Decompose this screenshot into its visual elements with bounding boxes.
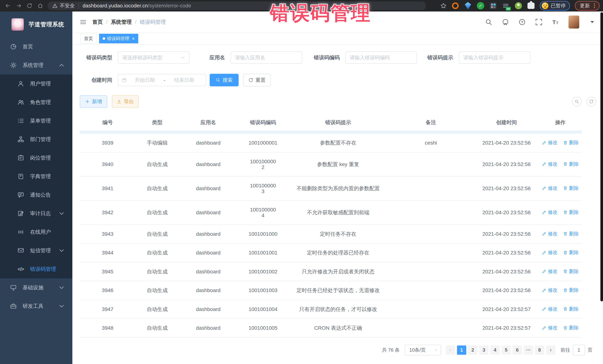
app-logo[interactable]: 芋道管理系统 <box>0 11 72 37</box>
extension-key-icon[interactable] <box>514 2 522 10</box>
sidebar-item-devtools[interactable]: 研发工具 <box>0 297 72 315</box>
browser-reload-button[interactable] <box>24 0 35 11</box>
bookmark-star-icon[interactable] <box>440 3 447 9</box>
edit-link[interactable]: 修改 <box>542 306 557 312</box>
edit-link[interactable]: 修改 <box>542 140 557 145</box>
page-button[interactable]: 1 <box>457 345 466 355</box>
page-button[interactable]: 4 <box>490 345 500 355</box>
sidebar-item-notice[interactable]: 通知公告 <box>0 186 72 204</box>
delete-link[interactable]: 删除 <box>563 287 579 293</box>
page-button[interactable]: 6 <box>513 345 522 355</box>
extension-orange-icon[interactable] <box>452 2 459 10</box>
cell-type: 自动生成 <box>135 176 179 200</box>
prev-page-button[interactable] <box>446 345 455 355</box>
sidebar-item-label: 岗位管理 <box>30 154 51 161</box>
delete-link[interactable]: 删除 <box>563 325 579 331</box>
page-button[interactable]: 3 <box>479 345 488 355</box>
kebab-menu-icon[interactable] <box>594 5 595 6</box>
extensions-puzzle-icon[interactable] <box>527 2 535 10</box>
reset-button[interactable]: 重置 <box>243 74 271 86</box>
edit-link[interactable]: 修改 <box>542 250 557 255</box>
edit-link[interactable]: 修改 <box>542 161 557 167</box>
error-code-input[interactable] <box>350 55 412 61</box>
cell-code: 1001001001 <box>237 243 289 262</box>
avatar-caret-down-icon[interactable] <box>589 18 596 26</box>
breadcrumb-item[interactable]: 系统管理 <box>111 19 132 26</box>
delete-icon <box>563 162 568 166</box>
page-button[interactable]: 8 <box>535 345 544 355</box>
edit-link[interactable]: 修改 <box>542 325 557 331</box>
edit-link[interactable]: 修改 <box>542 231 557 237</box>
sidebar-item-dept[interactable]: 部门管理 <box>0 130 72 149</box>
tab-active[interactable]: 错误码管理× <box>99 34 138 43</box>
edit-link[interactable]: 修改 <box>542 210 557 215</box>
sidebar-item-audit[interactable]: 审计日志 <box>0 204 72 223</box>
extension-switch-icon[interactable]: on <box>502 2 510 10</box>
delete-link[interactable]: 删除 <box>563 140 579 145</box>
security-label[interactable]: 不安全 <box>60 2 75 9</box>
extension-grid-icon[interactable] <box>489 2 497 10</box>
header-search-icon[interactable] <box>485 18 492 26</box>
browser-update-button[interactable]: 更新 <box>575 1 600 11</box>
app-name-label: 应用名 <box>209 54 225 61</box>
sidebar-item-online[interactable]: 在线用户 <box>0 223 72 241</box>
browser-profile-button[interactable]: 已暂停 <box>540 1 570 11</box>
refresh-table-button[interactable] <box>587 97 596 106</box>
sidebar-item-infra[interactable]: 基础设施 <box>0 278 72 297</box>
delete-link[interactable]: 删除 <box>563 231 579 237</box>
cell-app: dashboard <box>179 281 237 300</box>
breadcrumb-item[interactable]: 首页 <box>93 19 103 26</box>
edit-link[interactable]: 修改 <box>542 185 557 191</box>
delete-link[interactable]: 删除 <box>563 269 579 274</box>
sidebar-item-errcode[interactable]: </>错误码管理 <box>0 260 72 278</box>
search-button[interactable]: 搜索 <box>210 74 239 86</box>
edit-link[interactable]: 修改 <box>542 287 557 293</box>
page-button[interactable]: 5 <box>501 345 511 355</box>
sidebar-item-post[interactable]: 岗位管理 <box>0 149 72 167</box>
help-icon[interactable]: ? <box>518 18 526 26</box>
page-size-select[interactable]: 10条/页 <box>405 345 441 355</box>
end-date-placeholder[interactable]: 结束日期 <box>166 77 202 83</box>
browser-home-button[interactable] <box>35 0 46 11</box>
sidebar-item-sms[interactable]: 短信管理 <box>0 241 72 260</box>
delete-link[interactable]: 删除 <box>563 210 579 215</box>
browser-forward-button[interactable] <box>13 0 24 11</box>
font-size-icon[interactable]: TT <box>552 18 559 26</box>
tab-close-icon[interactable]: × <box>132 36 135 41</box>
sidebar-item-user[interactable]: 用户管理 <box>0 75 72 93</box>
sidebar-item-system[interactable]: 系统管理 <box>0 56 72 75</box>
app-name-input[interactable] <box>235 55 298 61</box>
delete-link[interactable]: 删除 <box>563 185 579 191</box>
goto-page-input[interactable] <box>573 345 585 355</box>
fullscreen-icon[interactable] <box>535 18 543 26</box>
toggle-search-button[interactable] <box>572 97 582 106</box>
browser-scrollbar[interactable] <box>600 12 603 301</box>
delete-link[interactable]: 删除 <box>563 161 579 167</box>
user-avatar[interactable] <box>568 16 579 29</box>
sidebar-item-dict[interactable]: 字典管理 <box>0 167 72 186</box>
sidebar-item-role[interactable]: 角色管理 <box>0 93 72 111</box>
sidebar-item-home[interactable]: 首页 <box>0 37 72 56</box>
export-button[interactable]: 导出 <box>112 95 139 108</box>
date-range-picker[interactable]: 开始日期 - 结束日期 <box>118 74 206 86</box>
page-button[interactable]: 2 <box>468 345 477 355</box>
next-page-button[interactable] <box>546 345 555 355</box>
start-date-placeholder[interactable]: 开始日期 <box>127 77 163 83</box>
error-type-select[interactable]: 请选择错误码类型 <box>118 52 189 64</box>
table-row: 3944自动生成dashboard1001001001定时任务的处理器已经存在2… <box>80 243 582 262</box>
extension-gem-icon[interactable] <box>464 2 472 10</box>
cell-app: dashboard <box>179 134 237 152</box>
cell-created: 2021-04-20 23:52:56 <box>474 200 539 225</box>
edit-icon <box>542 162 546 166</box>
error-hint-input[interactable] <box>463 55 526 61</box>
delete-link[interactable]: 删除 <box>563 306 579 312</box>
edit-link[interactable]: 修改 <box>542 269 557 274</box>
sidebar-item-menu[interactable]: 菜单管理 <box>0 111 72 130</box>
sidebar-toggle-button[interactable] <box>77 16 89 28</box>
extension-check-icon[interactable]: ✓ <box>477 2 485 10</box>
browser-back-button[interactable] <box>3 0 13 11</box>
tab-item[interactable]: 首页 <box>81 34 96 43</box>
github-icon[interactable] <box>502 18 509 26</box>
delete-link[interactable]: 删除 <box>563 250 579 255</box>
add-button[interactable]: 新增 <box>80 95 107 108</box>
